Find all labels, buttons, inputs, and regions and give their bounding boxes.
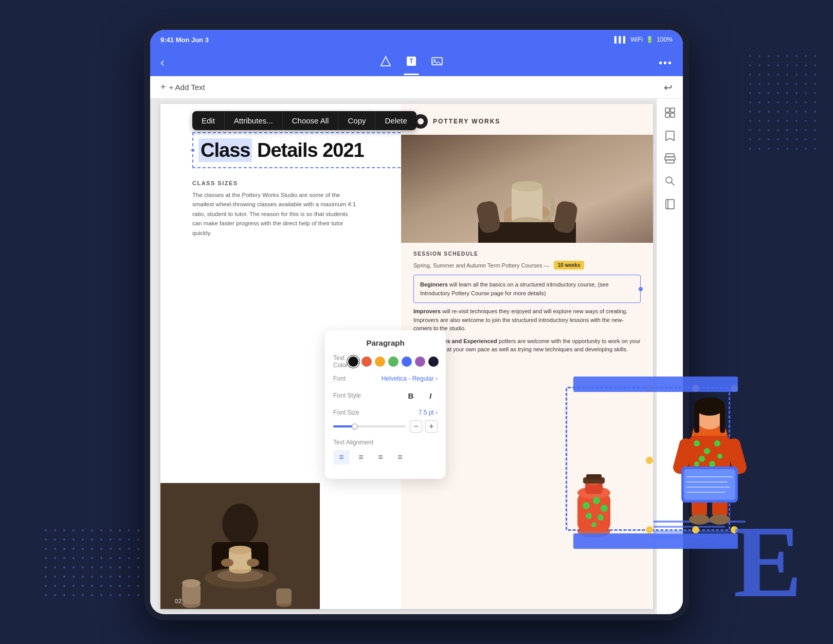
svg-rect-31 — [665, 113, 669, 117]
sidebar-book-icon[interactable] — [665, 199, 675, 212]
content-area: Edit Attributes... Choose All Copy Delet… — [150, 99, 683, 614]
font-size-slider[interactable] — [333, 425, 406, 427]
align-right-button[interactable]: ≡ — [372, 450, 389, 464]
beginners-label: Beginners — [420, 281, 448, 288]
swatch-dark[interactable] — [428, 356, 439, 367]
session-label: SESSION SCHEDULE — [413, 251, 641, 257]
handle-bottom-right — [731, 526, 738, 533]
undo-button[interactable]: ↩ — [664, 81, 673, 94]
bold-button[interactable]: B — [404, 388, 418, 403]
panel-title: Paragraph — [333, 338, 438, 347]
swatch-purple[interactable] — [415, 356, 425, 367]
pottery-photo — [160, 483, 320, 609]
sidebar-layers-icon[interactable] — [664, 153, 676, 166]
improvers-label: Improvers — [413, 308, 441, 314]
svg-point-50 — [717, 454, 722, 459]
shape-tool-icon[interactable] — [379, 55, 392, 71]
svg-point-24 — [512, 181, 542, 191]
handle-bottom-center — [692, 526, 699, 533]
font-value[interactable]: Helvetica - Regular › — [382, 375, 438, 382]
signal-icon: ▌▌▌ — [614, 36, 628, 43]
font-style-buttons: B I — [404, 388, 438, 403]
font-style-row: Font Style B I — [333, 388, 438, 403]
session-courses-text: Spring, Summer and Autumn Term Pottery C… — [413, 262, 550, 269]
sidebar-bookmark-icon[interactable] — [665, 130, 675, 144]
font-size-plus[interactable]: + — [425, 420, 438, 433]
background-dots-right — [746, 51, 823, 154]
deco-letter-e: E — [734, 510, 802, 613]
main-photo — [401, 135, 653, 243]
font-size-row: Font Size 7.5 pt › − + — [333, 409, 438, 433]
add-text-button[interactable]: + + Add Text — [160, 82, 205, 93]
svg-point-47 — [699, 456, 705, 462]
more-button[interactable]: ••• — [659, 57, 673, 69]
svg-rect-35 — [666, 160, 674, 163]
align-buttons: ≡ ≡ ≡ ≡ — [333, 450, 438, 464]
right-sidebar — [656, 99, 683, 614]
swatch-orange[interactable] — [375, 356, 385, 367]
align-left-button[interactable]: ≡ — [333, 450, 350, 464]
text-tool-icon[interactable]: T — [405, 55, 418, 71]
svg-rect-41 — [694, 407, 699, 433]
text-align-row: Text Alignment ≡ ≡ ≡ ≡ — [333, 439, 438, 464]
svg-point-5 — [222, 504, 258, 545]
tablet-device: 9:41 Mon Jun 3 ▌▌▌ WiFi 🔋 100% ‹ — [144, 24, 689, 620]
font-size-value[interactable]: 7.5 pt › — [419, 409, 438, 416]
align-center-button[interactable]: ≡ — [353, 450, 369, 464]
swatch-black[interactable] — [348, 356, 358, 367]
swatch-blue[interactable] — [402, 356, 412, 367]
svg-point-12 — [221, 559, 233, 567]
beginners-desc: will learn all the basics on a structure… — [420, 281, 609, 296]
align-justify-button[interactable]: ≡ — [392, 450, 408, 464]
svg-rect-18 — [276, 588, 292, 604]
svg-rect-32 — [671, 113, 675, 117]
svg-point-61 — [689, 514, 710, 525]
title-rest: Details 2021 — [252, 139, 364, 161]
text-color-label: Text Color — [333, 354, 348, 369]
title-class-word: Class — [198, 138, 252, 162]
italic-button[interactable]: I — [423, 388, 438, 403]
session-weeks-badge: 10 weeks — [554, 261, 585, 270]
section-text: The classes at the Pottery Works Studio … — [192, 190, 357, 238]
svg-point-44 — [694, 440, 700, 446]
handle-top-center — [692, 385, 699, 392]
svg-point-38 — [692, 418, 728, 459]
sidebar-search-icon[interactable] — [664, 175, 676, 189]
svg-point-40 — [694, 397, 725, 416]
intermediates-text: Intermediates and Experienced potters ar… — [413, 337, 641, 354]
svg-point-39 — [695, 401, 724, 430]
battery-percent: 100% — [657, 36, 673, 43]
battery-icon: 🔋 — [646, 36, 654, 43]
nav-bar: ‹ T — [150, 49, 683, 76]
handle-top-right — [731, 385, 738, 392]
context-menu-choose-all[interactable]: Choose All — [283, 111, 339, 130]
swatch-green[interactable] — [388, 356, 399, 367]
svg-rect-54 — [725, 437, 748, 476]
back-button[interactable]: ‹ — [160, 56, 164, 69]
context-menu-copy[interactable]: Copy — [338, 111, 375, 130]
font-size-minus[interactable]: − — [410, 420, 422, 433]
add-text-bar: + + Add Text ↩ — [150, 76, 683, 99]
context-menu-delete[interactable]: Delete — [375, 111, 416, 130]
context-menu: Edit Attributes... Choose All Copy Delet… — [192, 111, 416, 130]
pottery-brand-name: POTTERY WORKS — [433, 118, 500, 125]
svg-point-45 — [704, 448, 710, 454]
context-menu-edit[interactable]: Edit — [192, 111, 225, 130]
font-size-label: Font Size — [333, 409, 359, 416]
paragraph-panel: Paragraph Text Color — [325, 330, 446, 479]
slider-thumb — [352, 423, 358, 430]
page-number: 02 — [175, 598, 182, 605]
image-tool-icon[interactable] — [430, 55, 444, 71]
svg-rect-29 — [665, 108, 669, 112]
svg-rect-33 — [665, 157, 675, 160]
sidebar-grid-icon[interactable] — [664, 107, 676, 121]
status-icons: ▌▌▌ WiFi 🔋 100% — [614, 36, 673, 43]
add-text-label: + Add Text — [169, 83, 205, 92]
status-bar: 9:41 Mon Jun 3 ▌▌▌ WiFi 🔋 100% — [150, 30, 683, 49]
nav-tools: T — [379, 55, 444, 71]
context-menu-attributes[interactable]: Attributes... — [225, 111, 283, 130]
swatch-red[interactable] — [361, 356, 372, 367]
section-label: CLASS SIZES — [192, 180, 357, 186]
session-row: Spring, Summer and Autumn Term Pottery C… — [413, 261, 641, 270]
svg-point-46 — [714, 440, 720, 446]
